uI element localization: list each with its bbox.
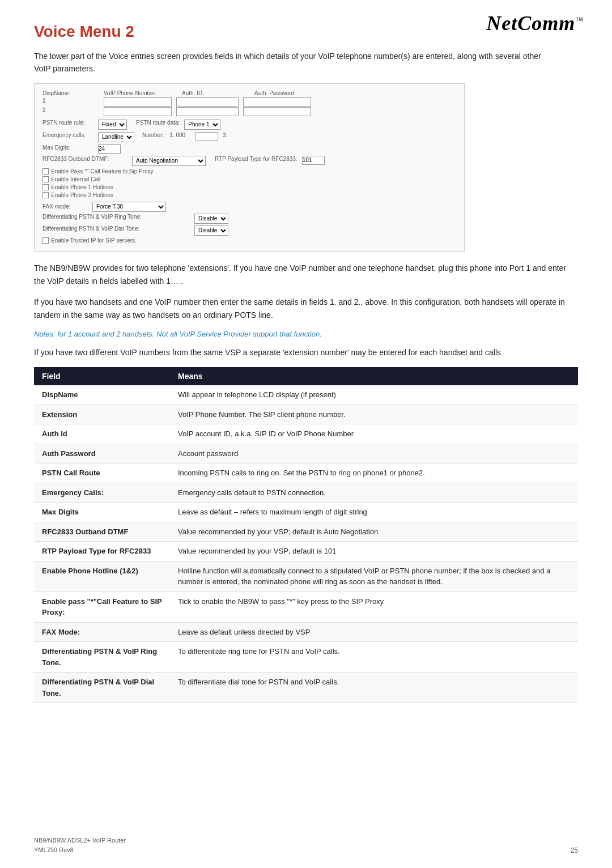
table-row: Auth PasswordAccount password bbox=[34, 444, 578, 463]
diff-dial-label: Differentiating PSTN & VoIP Dial Tone: bbox=[42, 225, 190, 232]
table-row: RTP Payload Type for RFC2833Value recomm… bbox=[34, 542, 578, 561]
pstn-route-data-label: PSTN route data: bbox=[136, 120, 180, 126]
rfc2833-select[interactable]: Auto Negotiation bbox=[132, 156, 206, 166]
table-cell-field: FAX Mode: bbox=[34, 622, 170, 642]
checkbox-trusted-ip-box[interactable] bbox=[42, 237, 49, 244]
fax-mode-select[interactable]: Force T.38 bbox=[92, 202, 166, 212]
field3-label: 3. bbox=[223, 132, 227, 138]
table-cell-field: RTP Payload Type for RFC2833 bbox=[34, 542, 170, 561]
diff-ring-select[interactable]: Disable bbox=[194, 214, 228, 224]
table-cell-means: Tick to enable the NB9W to pass "*" key … bbox=[170, 592, 578, 622]
diff-dial-select[interactable]: Disable bbox=[194, 225, 228, 236]
table-row: Differentiating PSTN & VoIP Dial Tone.To… bbox=[34, 673, 578, 703]
checkbox-pass-star: Enable Pass '*' Call Feature to Sip Prox… bbox=[42, 168, 456, 175]
field-3-input[interactable] bbox=[196, 132, 218, 141]
auth-password-1-input[interactable] bbox=[243, 97, 311, 107]
emergency-calls-select[interactable]: Landline bbox=[98, 132, 134, 142]
auth-id-col-header: Auth. ID: bbox=[182, 90, 250, 96]
fax-mode-label: FAX mode: bbox=[42, 203, 88, 210]
table-row: FAX Mode:Leave as default unless directe… bbox=[34, 622, 578, 642]
table-cell-field: Emergency Calls: bbox=[34, 483, 170, 503]
rtp-label: RTP Payload Type for RFC2833: bbox=[215, 156, 298, 162]
table-row: Auth IdVoIP account ID, a.k.a. SIP ID or… bbox=[34, 424, 578, 444]
table-cell-field: Differentiating PSTN & VoIP Ring Tone. bbox=[34, 642, 170, 673]
table-cell-means: To differentiate ring tone for PSTN and … bbox=[170, 642, 578, 673]
logo-area: NetComm™ bbox=[486, 11, 584, 35]
footer-page: 25 bbox=[571, 846, 578, 854]
diff-dial-row: Differentiating PSTN & VoIP Dial Tone: D… bbox=[42, 225, 456, 236]
voip-phone-1-input[interactable] bbox=[104, 97, 172, 107]
emergency-calls-label: Emergency calls: bbox=[42, 132, 94, 138]
para2: If you have two handsets and one VoIP nu… bbox=[34, 296, 572, 322]
para3: If you have two different VoIP numbers f… bbox=[34, 346, 572, 359]
table-cell-means: Emergency calls default to PSTN connecti… bbox=[170, 483, 578, 503]
table-row: DispNameWill appear in telephone LCD dis… bbox=[34, 385, 578, 405]
table-cell-field: PSTN Call Route bbox=[34, 463, 170, 483]
table-row: Emergency Calls:Emergency calls default … bbox=[34, 483, 578, 503]
rfc2833-label: RFC2833 Outband DTMF: bbox=[42, 156, 128, 162]
table-cell-means: Value recommended by your VSP; default i… bbox=[170, 542, 578, 561]
row1-label: 1 bbox=[42, 97, 99, 104]
table-cell-means: Leave as default unless directed by VSP bbox=[170, 622, 578, 642]
auth-id-1-input[interactable] bbox=[176, 97, 239, 107]
table-header-means: Means bbox=[170, 367, 578, 385]
table-row: ExtensionVoIP Phone Number. The SIP clie… bbox=[34, 405, 578, 424]
logo-tm: ™ bbox=[575, 16, 584, 24]
table-cell-field: Enable pass "*"Call Feature to SIP Proxy… bbox=[34, 592, 170, 622]
footer-left: NB9/NB9W ADSL2+ VoIP Router YML790 Rev8 bbox=[34, 836, 126, 854]
auth-password-2-input[interactable] bbox=[243, 107, 311, 116]
table-cell-field: Auth Id bbox=[34, 424, 170, 444]
fields-table: Field Means DispNameWill appear in telep… bbox=[34, 367, 578, 703]
row2-label: 2 bbox=[42, 107, 99, 113]
table-row: Enable pass "*"Call Feature to SIP Proxy… bbox=[34, 592, 578, 622]
italic-note: Notes: for 1 account and 2 handsets. Not… bbox=[34, 330, 578, 338]
logo-text: NetComm™ bbox=[486, 12, 584, 35]
table-cell-field: RFC2833 Outband DTMF bbox=[34, 522, 170, 542]
numbers-label: Number: bbox=[142, 132, 164, 138]
table-cell-means: Value recommended by your VSP; default i… bbox=[170, 522, 578, 542]
table-cell-field: Extension bbox=[34, 405, 170, 424]
table-row: RFC2833 Outband DTMFValue recommended by… bbox=[34, 522, 578, 542]
table-cell-means: Will appear in telephone LCD display (if… bbox=[170, 385, 578, 405]
table-header: Field Means bbox=[34, 367, 578, 385]
auth-password-col-header: Auth. Password: bbox=[254, 90, 328, 96]
max-digits-input[interactable] bbox=[98, 144, 121, 154]
table-cell-field: Auth Password bbox=[34, 444, 170, 463]
table-body: DispNameWill appear in telephone LCD dis… bbox=[34, 385, 578, 703]
diff-ring-label: Differentiating PSTN & VoIP Ring Tone: bbox=[42, 214, 190, 220]
table-header-field: Field bbox=[34, 367, 170, 385]
table-cell-field: Enable Phone Hotline (1&2) bbox=[34, 561, 170, 592]
para1: The NB9/NB9W provides for two telephone … bbox=[34, 262, 572, 288]
table-cell-means: Incoming PSTN calls to ring on. Set the … bbox=[170, 463, 578, 483]
checkbox-internal-call-box[interactable] bbox=[42, 176, 49, 182]
checkbox-phone1-hotline-box[interactable] bbox=[42, 184, 49, 190]
checkbox-pass-star-box[interactable] bbox=[42, 168, 49, 175]
rtp-input[interactable] bbox=[302, 156, 325, 165]
pstn-route-rule-select[interactable]: Fixed bbox=[98, 120, 127, 130]
table-cell-field: DispName bbox=[34, 385, 170, 405]
numbers-value: 1. 000 bbox=[169, 132, 185, 138]
table-cell-field: Differentiating PSTN & VoIP Dial Tone. bbox=[34, 673, 170, 703]
footer-product: NB9/NB9W ADSL2+ VoIP Router bbox=[34, 836, 126, 845]
intro-text: The lower part of the Voice entries scre… bbox=[34, 50, 555, 75]
checkbox-phone2-hotline-box[interactable] bbox=[42, 192, 49, 198]
diff-ring-row: Differentiating PSTN & VoIP Ring Tone: D… bbox=[42, 214, 456, 224]
table-cell-means: VoIP account ID, a.k.a. SIP ID or VoIP P… bbox=[170, 424, 578, 444]
pstn-route-rule-label: PSTN route rule: bbox=[42, 120, 94, 126]
fax-mode-row: FAX mode: Force T.38 bbox=[42, 202, 456, 212]
auth-id-2-input[interactable] bbox=[176, 107, 239, 116]
checkbox-phone1-hotline: Enable Phone 1 Hotlines bbox=[42, 184, 456, 190]
table-cell-means: Leave as default – refers to maximum len… bbox=[170, 503, 578, 522]
checkbox-phone2-hotline: Enable Phone 2 Hotlines bbox=[42, 192, 456, 198]
footer-doc-id: YML790 Rev8 bbox=[34, 845, 126, 855]
table-row: Differentiating PSTN & VoIP Ring Tone.To… bbox=[34, 642, 578, 673]
table-cell-means: VoIP Phone Number. The SIP client phone … bbox=[170, 405, 578, 424]
footer: NB9/NB9W ADSL2+ VoIP Router YML790 Rev8 … bbox=[34, 836, 578, 854]
table-row: PSTN Call RouteIncoming PSTN calls to ri… bbox=[34, 463, 578, 483]
checkbox-internal-call: Enable Internal Call bbox=[42, 176, 456, 182]
pstn-route-data-select[interactable]: Phone 1 bbox=[184, 120, 220, 130]
table-row: Max DigitsLeave as default – refers to m… bbox=[34, 503, 578, 522]
voip-phone-2-input[interactable] bbox=[104, 107, 172, 116]
max-digits-label: Max Digits: bbox=[42, 144, 94, 151]
table-cell-means: To differentiate dial tone for PSTN and … bbox=[170, 673, 578, 703]
